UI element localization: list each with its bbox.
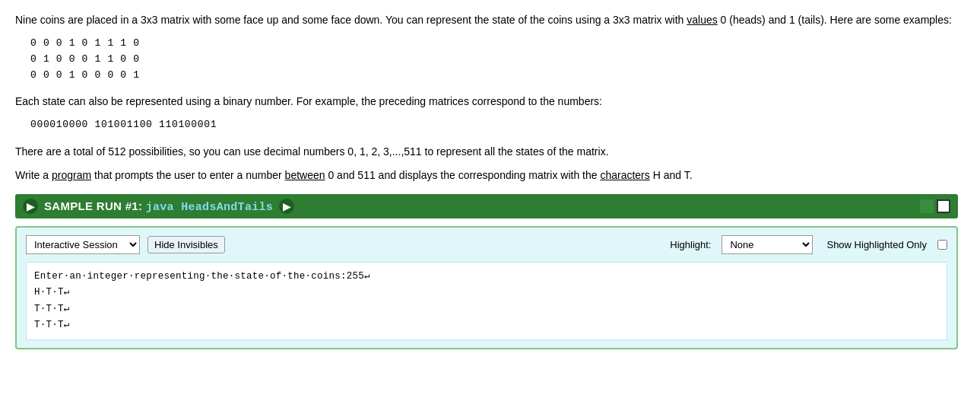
intro-paragraph1: Nine coins are placed in a 3x3 matrix wi…: [15, 12, 958, 28]
matrix-example: 0 0 0 1 0 1 1 1 0 0 1 0 0 0 1 1 0 0 0 0 …: [30, 36, 958, 83]
sample-run-bar: ▶ SAMPLE RUN #1: java HeadsAndTails ▶: [15, 194, 958, 218]
characters-underline: characters: [600, 169, 649, 181]
run-code: java HeadsAndTails: [146, 201, 273, 214]
intro-paragraph4: Write a program that prompts the user to…: [15, 167, 958, 183]
stop-button[interactable]: [920, 199, 934, 213]
show-highlighted-checkbox[interactable]: [937, 240, 947, 250]
panel-toolbar: Interactive Session Script Session Termi…: [26, 235, 947, 254]
between-underline: between: [285, 169, 325, 181]
highlight-label: Highlight:: [670, 239, 711, 250]
session-output: Enter·an·integer·representing·the·state·…: [26, 262, 947, 340]
run-right-arrow[interactable]: ▶: [279, 199, 294, 214]
content-area: Nine coins are placed in a 3x3 matrix wi…: [15, 12, 958, 349]
program-underline: program: [52, 169, 91, 181]
square-button[interactable]: [937, 199, 950, 213]
show-highlighted-label: Show Highlighted Only: [826, 239, 927, 250]
run-controls: [920, 199, 950, 213]
highlight-select[interactable]: None Keywords Strings Comments: [722, 235, 813, 254]
hide-invisibles-button[interactable]: Hide Invisibles: [147, 236, 225, 253]
intro-paragraph2: Each state can also be represented using…: [15, 94, 958, 110]
values-underline: values: [687, 14, 717, 26]
sample-run-title: SAMPLE RUN #1: java HeadsAndTails: [44, 199, 273, 214]
interactive-panel: Interactive Session Script Session Termi…: [15, 226, 958, 349]
run-left-arrow[interactable]: ▶: [23, 199, 38, 214]
intro-paragraph3: There are a total of 512 possibilities, …: [15, 144, 958, 160]
binary-numbers: 000010000 101001100 110100001: [30, 117, 958, 133]
session-select[interactable]: Interactive Session Script Session Termi…: [26, 235, 140, 254]
